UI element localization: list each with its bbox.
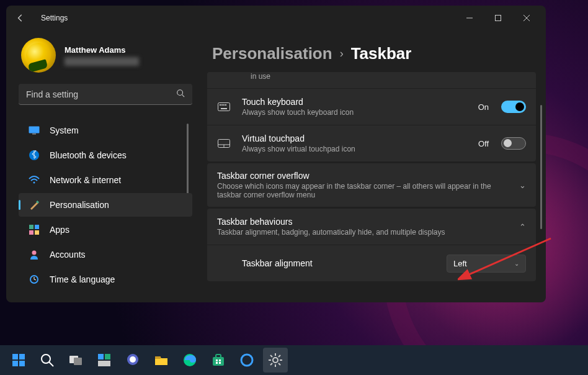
svg-rect-43	[155, 356, 161, 359]
svg-rect-7	[32, 133, 36, 135]
wifi-icon	[29, 174, 40, 186]
minimize-button[interactable]	[455, 8, 484, 28]
row-title: Touch keyboard	[242, 97, 467, 107]
breadcrumb-parent[interactable]: Personalisation	[212, 44, 332, 63]
svg-rect-50	[219, 362, 221, 364]
nav-label: Network & internet	[50, 175, 121, 185]
svg-rect-25	[221, 108, 227, 109]
file-explorer-button[interactable]	[149, 348, 174, 373]
chevron-up-icon: ⌃	[519, 222, 526, 232]
nav-list: System Bluetooth & devices Network & int…	[19, 119, 192, 302]
svg-point-51	[241, 355, 252, 366]
windows-taskbar	[0, 345, 588, 375]
search-box[interactable]	[19, 84, 192, 105]
svg-rect-12	[35, 225, 39, 229]
taskbar-alignment-dropdown[interactable]: Left ⌄	[447, 255, 526, 273]
touch-keyboard-toggle[interactable]	[501, 101, 526, 113]
widgets-button[interactable]	[92, 348, 117, 373]
chevron-down-icon: ⌄	[514, 260, 519, 267]
svg-point-42	[130, 356, 136, 363]
search-icon	[176, 89, 185, 99]
search-button[interactable]	[35, 348, 60, 373]
nav-network[interactable]: Network & internet	[19, 168, 192, 192]
svg-rect-33	[19, 361, 25, 366]
clock-globe-icon	[29, 274, 40, 285]
sidebar: Matthew Adams System Bluetooth &	[6, 30, 200, 302]
paintbrush-icon	[29, 199, 40, 210]
titlebar: Settings	[6, 6, 546, 30]
nav-label: System	[50, 125, 79, 135]
edge-button[interactable]	[177, 348, 202, 373]
toggle-state: Off	[478, 139, 489, 148]
breadcrumb-current: Taskbar	[351, 44, 412, 63]
toggle-state: On	[478, 102, 489, 112]
avatar	[21, 38, 56, 73]
nav-apps[interactable]: Apps	[19, 218, 192, 242]
svg-rect-39	[105, 354, 110, 359]
nav-time-language[interactable]: Time & language	[19, 268, 192, 291]
nav-system[interactable]: System	[19, 119, 192, 142]
search-input[interactable]	[26, 89, 176, 99]
svg-rect-11	[29, 225, 33, 229]
touch-keyboard-row: Touch keyboard Always show touch keyboar…	[207, 89, 536, 125]
nav-label: Time & language	[50, 274, 115, 284]
svg-rect-49	[216, 362, 218, 364]
dropdown-value: Left	[453, 259, 467, 268]
chevron-down-icon: ⌄	[519, 181, 526, 190]
virtual-touchpad-toggle[interactable]	[501, 137, 526, 150]
chevron-right-icon: ›	[340, 47, 344, 60]
svg-rect-20	[218, 103, 230, 111]
svg-rect-37	[74, 358, 82, 365]
svg-rect-32	[12, 361, 18, 366]
store-button[interactable]	[206, 348, 231, 373]
keyboard-icon	[217, 102, 231, 111]
svg-rect-13	[29, 230, 33, 235]
profile-name: Matthew Adams	[65, 45, 139, 55]
back-button[interactable]	[11, 9, 30, 27]
svg-line-57	[270, 355, 272, 357]
row-title: Taskbar behaviours	[217, 217, 508, 227]
nav-personalisation[interactable]: Personalisation	[19, 193, 192, 217]
svg-rect-48	[219, 359, 221, 361]
chat-button[interactable]	[120, 348, 145, 373]
bluetooth-icon	[29, 150, 40, 161]
taskbar-corner-icons-panel: in use Touch keyboard Always show touch …	[207, 72, 536, 161]
svg-line-35	[49, 362, 53, 366]
start-button[interactable]	[6, 348, 31, 373]
svg-rect-22	[221, 104, 223, 106]
breadcrumb: Personalisation › Taskbar	[207, 30, 536, 72]
profile-block[interactable]: Matthew Adams	[19, 35, 192, 84]
row-subtitle: Taskbar alignment, badging, automaticall…	[217, 228, 508, 237]
settings-window: Settings Matthew Adams	[6, 6, 546, 302]
nav-label: Apps	[50, 225, 69, 235]
svg-rect-38	[98, 354, 104, 359]
apps-icon	[29, 224, 40, 235]
taskbar-alignment-row: Taskbar alignment Left ⌄	[207, 245, 536, 281]
settings-taskbar-button[interactable]	[263, 348, 288, 373]
display-icon	[29, 125, 40, 136]
taskbar-corner-overflow-panel[interactable]: Taskbar corner overflow Choose which ico…	[207, 163, 536, 207]
svg-rect-47	[216, 359, 218, 361]
taskbar-behaviours-header[interactable]: Taskbar behaviours Taskbar alignment, ba…	[207, 209, 536, 245]
svg-rect-31	[19, 354, 25, 359]
virtual-touchpad-row: Virtual touchpad Always show virtual tou…	[207, 125, 536, 161]
main-scrollbar[interactable]	[540, 105, 542, 229]
svg-point-4	[177, 90, 183, 96]
maximize-button[interactable]	[484, 8, 512, 28]
svg-line-59	[270, 363, 272, 365]
row-subtitle: Always show touch keyboard icon	[242, 108, 467, 117]
window-controls	[455, 8, 541, 28]
close-button[interactable]	[512, 8, 541, 28]
svg-point-15	[32, 251, 37, 255]
row-subtitle: Choose which icons may appear in the tas…	[217, 182, 508, 199]
nav-label: Personalisation	[50, 200, 109, 210]
taskview-button[interactable]	[63, 348, 88, 373]
nav-bluetooth[interactable]: Bluetooth & devices	[19, 143, 192, 167]
svg-rect-23	[223, 104, 225, 106]
row-subtitle: in use	[251, 72, 526, 81]
svg-rect-40	[98, 361, 110, 366]
svg-rect-21	[220, 104, 221, 106]
svg-rect-24	[225, 104, 226, 106]
nav-accounts[interactable]: Accounts	[19, 243, 192, 266]
cortana-button[interactable]	[234, 348, 259, 373]
